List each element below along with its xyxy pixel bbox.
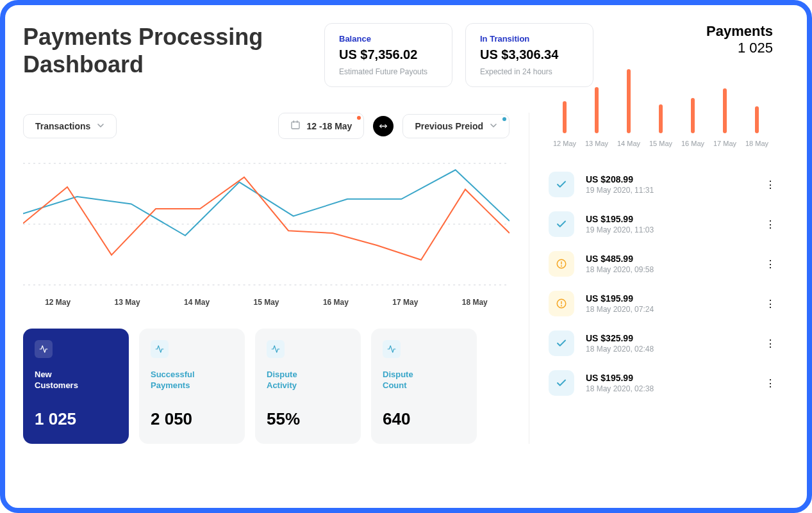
payment-amount: US $485.99 [586, 254, 754, 264]
more-icon[interactable]: ⋮ [765, 338, 773, 350]
payment-item[interactable]: US $325.99 18 May 2020, 02:48 ⋮ [549, 330, 773, 356]
payment-info: US $208.99 19 May 2020, 11:31 [586, 174, 754, 195]
payments-count: 1 025 [549, 40, 773, 56]
more-icon[interactable]: ⋮ [765, 218, 773, 231]
stat-card-new-customers[interactable]: NewCustomers 1 025 [23, 329, 129, 444]
payment-time: 18 May 2020, 02:38 [586, 384, 754, 393]
payment-item[interactable]: US $195.99 18 May 2020, 07:24 ⋮ [549, 291, 773, 316]
stat-value: 2 050 [151, 409, 233, 429]
payment-info: US $195.99 18 May 2020, 02:38 [586, 373, 754, 393]
x-axis-label: 12 May [45, 298, 70, 307]
left-column: Transactions 12 -18 May [23, 113, 529, 444]
bar-label: 15 May [649, 140, 672, 147]
payment-amount: US $195.99 [586, 293, 754, 304]
payment-time: 18 May 2020, 02:48 [586, 345, 754, 354]
payment-item[interactable]: US $195.99 19 May 2020, 11:03 ⋮ [549, 211, 773, 237]
stat-card-dispute-count[interactable]: DisputeCount 640 [371, 329, 477, 444]
payment-info: US $485.99 18 May 2020, 09:58 [586, 254, 754, 274]
stat-value: 640 [383, 409, 465, 429]
stat-label: DisputeActivity [267, 370, 349, 391]
chevron-down-icon [97, 121, 104, 131]
page-title: Payments Processing Dashboard [23, 23, 311, 78]
bar-label: 13 May [585, 140, 608, 147]
payment-time: 18 May 2020, 07:24 [586, 305, 754, 314]
activity-icon [35, 340, 53, 358]
stat-label: NewCustomers [35, 370, 117, 391]
bar-chart-x-axis: 12 May13 May14 May15 May16 May17 May18 M… [549, 140, 773, 147]
bar-label: 16 May [681, 140, 704, 147]
payment-item[interactable]: US $195.99 18 May 2020, 02:38 ⋮ [549, 370, 773, 396]
bar [755, 106, 759, 133]
date-range-label: 12 -18 May [307, 121, 352, 131]
payment-time: 19 May 2020, 11:31 [586, 186, 754, 195]
x-axis-label: 18 May [462, 298, 488, 307]
payments-bar-chart: 12 May13 May14 May15 May16 May17 May18 M… [549, 63, 773, 152]
activity-icon [267, 340, 285, 358]
payment-info: US $195.99 18 May 2020, 07:24 [586, 293, 754, 314]
more-icon[interactable]: ⋮ [765, 258, 773, 270]
payment-amount: US $325.99 [586, 333, 754, 343]
transactions-line-chart [23, 157, 510, 291]
bar [563, 101, 567, 133]
stat-label: SuccessfulPayments [151, 370, 233, 391]
bar [723, 88, 727, 133]
balance-card: Balance US $7,356.02 Estimated Future Pa… [324, 23, 452, 87]
payments-header: Payments 1 025 [549, 23, 773, 56]
chart-controls: Transactions 12 -18 May [23, 113, 510, 139]
payment-info: US $195.99 19 May 2020, 11:03 [586, 214, 754, 234]
bar [627, 69, 631, 133]
bar-label: 18 May [745, 140, 768, 147]
bar-label: 17 May [713, 140, 736, 147]
x-axis-label: 15 May [253, 298, 279, 307]
payment-time: 18 May 2020, 09:58 [586, 265, 754, 274]
more-icon[interactable]: ⋮ [765, 298, 773, 310]
payment-amount: US $195.99 [586, 373, 754, 383]
payments-list: US $208.99 19 May 2020, 11:31 ⋮ US $195.… [549, 172, 773, 396]
svg-point-8 [561, 266, 562, 266]
check-icon [549, 172, 574, 197]
x-axis-label: 16 May [323, 298, 349, 307]
indicator-dot-icon [357, 116, 361, 120]
stat-card-dispute-activity[interactable]: DisputeActivity 55% [255, 329, 361, 444]
calendar-icon [290, 120, 301, 132]
swap-button[interactable] [373, 116, 394, 136]
transactions-dropdown[interactable]: Transactions [23, 114, 117, 138]
bar [659, 104, 663, 133]
stat-card-successful-payments[interactable]: SuccessfulPayments 2 050 [139, 329, 245, 444]
payment-item[interactable]: US $208.99 19 May 2020, 11:31 ⋮ [549, 172, 773, 197]
balance-sub: Estimated Future Payouts [339, 67, 438, 76]
balance-value: US $7,356.02 [339, 47, 438, 62]
bar-label: 12 May [553, 140, 576, 147]
payments-title: Payments [549, 23, 773, 40]
stat-cards-row: NewCustomers 1 025 SuccessfulPayments 2 … [23, 329, 510, 444]
balance-label: Balance [339, 34, 438, 44]
main-row: Transactions 12 -18 May [23, 113, 789, 444]
previous-period-dropdown[interactable]: Previous Preiod [402, 114, 510, 138]
more-icon[interactable]: ⋮ [765, 377, 773, 389]
activity-icon [151, 340, 169, 358]
svg-rect-0 [292, 122, 299, 129]
bar-label: 14 May [617, 140, 640, 147]
more-icon[interactable]: ⋮ [765, 179, 773, 191]
stat-value: 55% [267, 409, 349, 429]
indicator-dot-icon [502, 117, 506, 121]
svg-point-11 [561, 305, 562, 306]
alert-icon [549, 251, 574, 277]
bar [691, 98, 695, 133]
x-axis-label: 17 May [392, 298, 418, 307]
payment-item[interactable]: US $485.99 18 May 2020, 09:58 ⋮ [549, 251, 773, 277]
alert-icon [549, 291, 574, 316]
check-icon [549, 211, 574, 237]
x-axis-label: 14 May [184, 298, 210, 307]
check-icon [549, 370, 574, 396]
payment-amount: US $195.99 [586, 214, 754, 224]
payment-time: 19 May 2020, 11:03 [586, 225, 754, 234]
payment-amount: US $208.99 [586, 174, 754, 184]
transactions-label: Transactions [35, 121, 90, 131]
stat-label: DisputeCount [383, 370, 465, 391]
chevron-down-icon [490, 121, 497, 131]
line-chart-x-axis: 12 May13 May14 May15 May16 May17 May18 M… [23, 298, 510, 307]
x-axis-label: 13 May [115, 298, 140, 307]
bar [595, 87, 599, 133]
date-range-picker[interactable]: 12 -18 May [278, 113, 365, 139]
